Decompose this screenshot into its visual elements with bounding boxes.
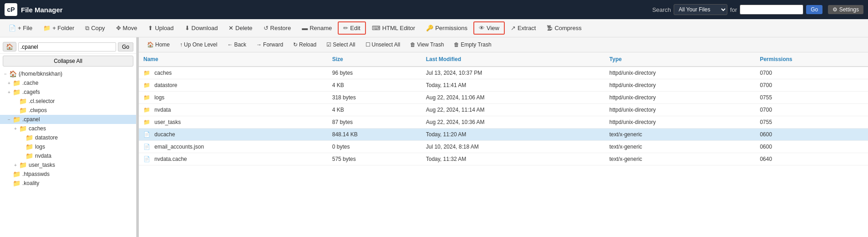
tree-item-clselector[interactable]: 📁 .cl.selector: [0, 97, 136, 106]
col-type[interactable]: Type: [605, 52, 756, 67]
tree-item-cagefs[interactable]: + 📁 .cagefs: [0, 88, 136, 97]
rename-button[interactable]: ▬ Rename: [297, 22, 337, 34]
new-folder-button[interactable]: 📁 + Folder: [38, 22, 79, 34]
delete-button[interactable]: ✕ Delete: [223, 22, 257, 34]
new-file-button[interactable]: 📄 + File: [4, 22, 37, 34]
file-type-cell: text/x-generic: [605, 141, 756, 153]
move-button[interactable]: ✥ Move: [111, 22, 142, 34]
back-button[interactable]: ← Back: [223, 39, 251, 50]
file-size-cell: 87 bytes: [328, 116, 421, 129]
view-button[interactable]: 👁 View: [473, 21, 505, 35]
file-permissions-cell: 0700: [755, 104, 868, 116]
search-go-button[interactable]: Go: [806, 5, 822, 14]
tree-item-htpasswds[interactable]: 📁 .htpasswds: [0, 170, 136, 179]
tree-item-label: user_tasks: [29, 162, 55, 168]
upload-button[interactable]: ⬆ Upload: [143, 22, 178, 34]
settings-button[interactable]: ⚙ Settings: [828, 5, 863, 14]
tree-item-root[interactable]: − 🏠 (/home/bknskhan): [0, 69, 136, 78]
reload-button[interactable]: ↻ Reload: [289, 39, 321, 50]
up-one-level-button[interactable]: ↑ Up One Level: [175, 39, 222, 50]
search-label: Search: [652, 6, 671, 13]
file-type-cell: httpd/unix-directory: [605, 67, 756, 79]
col-size[interactable]: Size: [328, 52, 421, 67]
folder-icon: 📁: [13, 170, 20, 178]
tree-item-cache[interactable]: + 📁 .cache: [0, 78, 136, 88]
select-all-icon: ☑: [326, 41, 331, 48]
download-button[interactable]: ⬇ Download: [180, 22, 223, 34]
view-icon: 👁: [479, 25, 485, 31]
tree-item-caches[interactable]: + 📁 caches: [0, 124, 136, 133]
select-all-button[interactable]: ☑ Select All: [322, 39, 360, 50]
file-name-cell[interactable]: 📄 ducache: [139, 129, 328, 141]
toggle-icon: −: [3, 72, 8, 77]
tree-item-cpanel[interactable]: − 📁 .cpanel: [0, 115, 136, 124]
tree-item-clwpos[interactable]: 📁 .clwpos: [0, 106, 136, 115]
restore-button[interactable]: ↺ Restore: [259, 22, 296, 34]
file-name-cell[interactable]: 📄 nvdata.cache: [139, 153, 328, 165]
permissions-button[interactable]: 🔑 Permissions: [421, 22, 472, 34]
file-permissions-cell: 0700: [755, 79, 868, 92]
file-name: nvdata: [154, 107, 171, 113]
table-row[interactable]: 📁 nvdata 4 KB Aug 22, 2024, 11:14 AM htt…: [139, 104, 868, 116]
table-header-row: Name Size Last Modified Type Permissions: [139, 52, 868, 67]
view-trash-button[interactable]: 🗑 View Trash: [406, 39, 448, 50]
root-folder-icon: 🏠: [9, 70, 17, 77]
compress-icon: 🗜: [547, 25, 553, 31]
empty-trash-button[interactable]: 🗑 Empty Trash: [449, 39, 496, 50]
tree-item-koality[interactable]: 📁 .koality: [0, 179, 136, 188]
folder-icon: 📁: [13, 88, 20, 96]
tree-item-user-tasks[interactable]: + 📁 user_tasks: [0, 160, 136, 170]
search-for-label: for: [730, 6, 737, 13]
file-name-cell[interactable]: 📁 logs: [139, 92, 328, 104]
table-row[interactable]: 📁 caches 96 bytes Jul 13, 2024, 10:37 PM…: [139, 67, 868, 79]
download-icon: ⬇: [185, 25, 190, 31]
toggle-icon: +: [13, 163, 18, 168]
table-row[interactable]: 📁 logs 318 bytes Aug 22, 2024, 11:06 AM …: [139, 92, 868, 104]
file-name-cell[interactable]: 📁 caches: [139, 67, 328, 79]
tree-item-datastore[interactable]: 📁 datastore: [0, 133, 136, 142]
back-icon: ←: [227, 41, 233, 48]
file-name-cell[interactable]: 📁 nvdata: [139, 104, 328, 116]
copy-button[interactable]: ⧉ Copy: [80, 22, 110, 35]
table-row[interactable]: 📄 ducache 848.14 KB Today, 11:20 AM text…: [139, 129, 868, 141]
collapse-all-button[interactable]: Collapse All: [3, 56, 133, 67]
file-modified-cell: Jul 13, 2024, 10:37 PM: [421, 67, 605, 79]
home-nav-button[interactable]: 🏠 Home: [142, 39, 174, 50]
file-permissions-cell: 0600: [755, 129, 868, 141]
forward-button[interactable]: → Forward: [252, 39, 288, 50]
file-size-cell: 96 bytes: [328, 67, 421, 79]
compress-button[interactable]: 🗜 Compress: [542, 22, 586, 34]
file-table-wrap: Name Size Last Modified Type Permissions…: [139, 52, 868, 237]
file-name-cell[interactable]: 📁 datastore: [139, 79, 328, 92]
new-folder-icon: 📁: [43, 25, 51, 31]
file-permissions-cell: 0700: [755, 67, 868, 79]
search-scope-select[interactable]: All Your Files Document Root Public HTML: [674, 4, 727, 15]
folder-icon: 📁: [25, 152, 33, 160]
file-name: logs: [154, 94, 164, 101]
file-modified-cell: Aug 22, 2024, 10:36 AM: [421, 116, 605, 129]
file-name-cell[interactable]: 📁 user_tasks: [139, 116, 328, 129]
forward-icon: →: [256, 41, 262, 48]
file-name-cell[interactable]: 📄 email_accounts.json: [139, 141, 328, 153]
table-row[interactable]: 📁 user_tasks 87 bytes Aug 22, 2024, 10:3…: [139, 116, 868, 129]
tree-item-logs[interactable]: 📁 logs: [0, 142, 136, 151]
unselect-all-button[interactable]: ☐ Unselect All: [361, 39, 405, 50]
html-editor-button[interactable]: ⌨ HTML Editor: [367, 22, 420, 34]
edit-button[interactable]: ✏ Edit: [338, 21, 365, 35]
table-row[interactable]: 📁 datastore 4 KB Today, 11:41 AM httpd/u…: [139, 79, 868, 92]
home-icon[interactable]: 🏠: [3, 42, 16, 52]
col-permissions[interactable]: Permissions: [755, 52, 868, 67]
table-row[interactable]: 📄 nvdata.cache 575 bytes Today, 11:32 AM…: [139, 153, 868, 165]
extract-button[interactable]: ↗ Extract: [506, 22, 541, 34]
path-go-button[interactable]: Go: [118, 42, 133, 52]
main-layout: 🏠 Go Collapse All − 🏠 (/home/bknskhan) +…: [0, 37, 868, 237]
col-name[interactable]: Name: [139, 52, 328, 67]
file-size-cell: 848.14 KB: [328, 129, 421, 141]
path-input[interactable]: [18, 42, 116, 52]
search-input[interactable]: [740, 5, 803, 15]
tree-item-nvdata[interactable]: 📁 nvdata: [0, 151, 136, 160]
table-row[interactable]: 📄 email_accounts.json 0 bytes Jul 10, 20…: [139, 141, 868, 153]
col-last-modified[interactable]: Last Modified: [421, 52, 605, 67]
toggle-icon: +: [6, 90, 12, 95]
folder-icon: 📁: [143, 119, 150, 125]
